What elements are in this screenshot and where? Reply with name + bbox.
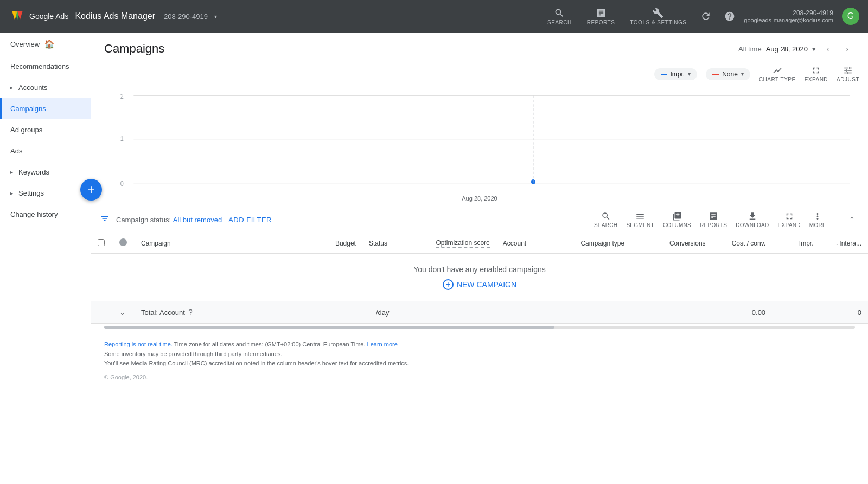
download-toolbar-button[interactable]: DOWNLOAD <box>736 211 769 228</box>
columns-icon <box>672 211 682 221</box>
user-info: 208-290-4919 googleads-manager@kodius.co… <box>744 9 833 23</box>
th-opt-score[interactable]: Optimization score <box>422 233 496 254</box>
total-status-cell <box>422 301 496 324</box>
google-ads-logo-icon <box>9 8 26 25</box>
columns-toolbar-label: COLUMNS <box>663 222 691 228</box>
chart-adjust-icon <box>843 66 853 75</box>
total-expand-icon[interactable]: ⌄ <box>119 308 126 317</box>
columns-toolbar-button[interactable]: COLUMNS <box>663 211 691 228</box>
th-checkbox <box>91 233 113 254</box>
add-fab-button[interactable]: + <box>80 179 102 201</box>
download-toolbar-label: DOWNLOAD <box>736 222 769 228</box>
metric1-line-icon <box>661 74 667 75</box>
sidebar-adgroups-label: Ad groups <box>10 126 42 134</box>
svg-text:2: 2 <box>120 93 124 100</box>
new-campaign-button[interactable]: + NEW CAMPAIGN <box>443 279 516 290</box>
avatar[interactable]: G <box>842 8 859 25</box>
footer-copyright: © Google, 2020. <box>104 373 855 383</box>
th-status[interactable]: Status <box>362 233 423 254</box>
th-budget-label: Budget <box>335 240 356 247</box>
date-prev-button[interactable]: ‹ <box>820 41 835 56</box>
filter-status-label: Campaign status: <box>116 216 171 224</box>
th-campaign-type[interactable]: Campaign type <box>574 233 646 254</box>
chart-expand-button[interactable]: EXPAND <box>805 66 828 82</box>
th-conversions[interactable]: Conversions <box>646 233 712 254</box>
total-conversions-cell: 0.00 <box>712 301 773 324</box>
app-body: Campaigns All time Aug 28, 2020 ▾ ‹ › Im… <box>0 33 868 484</box>
th-cost-per-conv[interactable]: Cost / conv. <box>712 233 773 254</box>
reports-nav-label: REPORTS <box>587 20 615 25</box>
search-toolbar-button[interactable]: SEARCH <box>594 211 617 228</box>
footer-timezone-text: Time zone for all dates and times: (GMT+… <box>174 341 367 347</box>
date-next-button[interactable]: › <box>840 41 855 56</box>
footer-learn-more-link[interactable]: Learn more <box>367 341 398 347</box>
segment-toolbar-button[interactable]: SEGMENT <box>626 211 654 228</box>
total-cost-cell: — <box>772 301 820 324</box>
total-opt-cell: — <box>496 301 575 324</box>
total-help-icon[interactable]: ? <box>188 308 193 317</box>
search-nav-button[interactable]: SEARCH <box>542 4 577 29</box>
th-campaign-type-label: Campaign type <box>580 240 624 247</box>
more-toolbar-label: MORE <box>809 222 826 228</box>
sidebar-campaigns-label: Campaigns <box>10 105 46 113</box>
date-range-area: All time Aug 28, 2020 ▾ ‹ › <box>738 41 855 56</box>
search-icon <box>554 8 565 18</box>
reports-nav-button[interactable]: REPORTS <box>582 4 621 29</box>
main-content: Campaigns All time Aug 28, 2020 ▾ ‹ › Im… <box>91 33 868 484</box>
sidebar: Overview 🏠 Recommendations ▸ Accounts Ca… <box>0 33 91 484</box>
more-icon <box>813 211 822 221</box>
chart-area: 2 1 0 <box>91 87 868 195</box>
th-impressions[interactable]: Impr. <box>772 233 820 254</box>
scrollbar-thumb <box>104 326 554 329</box>
sidebar-item-campaigns[interactable]: Campaigns <box>0 98 91 119</box>
settings-expand-icon: ▸ <box>10 190 13 196</box>
total-impressions-cell: 0 <box>820 301 868 324</box>
new-campaign-label: NEW CAMPAIGN <box>457 280 516 289</box>
svg-text:1: 1 <box>120 135 124 142</box>
select-all-checkbox[interactable] <box>98 239 105 246</box>
add-filter-button[interactable]: ADD FILTER <box>228 216 272 224</box>
sidebar-keywords-label: Keywords <box>18 168 49 176</box>
sidebar-item-overview[interactable]: Overview 🏠 <box>0 33 91 56</box>
google-ads-text-label: Google Ads <box>29 12 68 21</box>
footer-realtime-link[interactable]: Reporting is not real-time. <box>104 341 173 347</box>
total-account-cell <box>574 301 646 324</box>
total-label-cell: Total: Account ? <box>135 301 362 324</box>
metric1-label: Impr. <box>671 70 685 78</box>
sidebar-item-recommendations[interactable]: Recommendations <box>0 56 91 77</box>
expand-toolbar-button[interactable]: EXPAND <box>778 211 801 228</box>
refresh-button[interactable] <box>696 7 716 26</box>
collapse-chart-button[interactable]: ⌃ <box>844 212 859 227</box>
sidebar-item-keywords[interactable]: ▸ Keywords <box>0 162 91 183</box>
filter-bar: Campaign status: All but removed ADD FIL… <box>91 206 868 233</box>
th-interactions[interactable]: ↓ Intera... <box>820 233 868 254</box>
filter-right: SEARCH SEGMENT COLUMNS REPORTS DOWNLOAD <box>594 211 859 228</box>
reports-toolbar-button[interactable]: REPORTS <box>700 211 727 228</box>
download-icon <box>748 211 757 221</box>
sidebar-item-ad-groups[interactable]: Ad groups <box>0 119 91 140</box>
sidebar-ads-label: Ads <box>10 147 22 155</box>
account-dropdown-icon[interactable]: ▾ <box>214 14 217 20</box>
sidebar-item-change-history[interactable]: Change history <box>0 204 91 225</box>
home-icon: 🏠 <box>44 39 55 49</box>
th-campaign[interactable]: Campaign <box>135 233 302 254</box>
table-empty-row: You don't have any enabled campaigns + N… <box>91 254 868 301</box>
date-range-value: Aug 28, 2020 <box>766 45 808 53</box>
date-range-dropdown-icon[interactable]: ▾ <box>812 45 816 53</box>
metric1-pill[interactable]: Impr. ▾ <box>654 68 698 80</box>
filter-left: Campaign status: All but removed ADD FIL… <box>100 214 272 225</box>
th-budget[interactable]: Budget <box>302 233 362 254</box>
metric2-pill[interactable]: None ▾ <box>706 68 750 80</box>
help-button[interactable] <box>720 7 739 26</box>
horizontal-scrollbar[interactable] <box>104 326 855 329</box>
sidebar-item-accounts[interactable]: ▸ Accounts <box>0 77 91 98</box>
more-toolbar-button[interactable]: MORE <box>809 211 826 228</box>
sidebar-change-history-label: Change history <box>10 210 58 218</box>
total-chevron-cell: ⌄ <box>113 301 135 324</box>
th-account[interactable]: Account <box>496 233 575 254</box>
chart-type-button[interactable]: CHART TYPE <box>759 66 796 82</box>
sidebar-item-ads[interactable]: Ads <box>0 140 91 162</box>
sidebar-item-settings[interactable]: ▸ Settings <box>0 183 91 204</box>
chart-adjust-button[interactable]: ADJUST <box>837 66 859 82</box>
tools-nav-button[interactable]: TOOLS & SETTINGS <box>624 4 692 29</box>
